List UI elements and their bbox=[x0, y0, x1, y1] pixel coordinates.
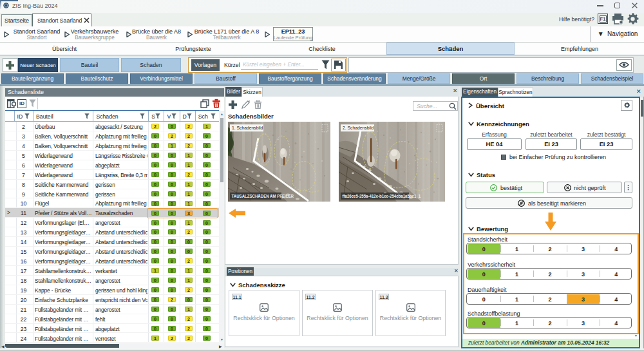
svg-text:2. Schadensbild: 2. Schadensbild bbox=[343, 126, 374, 130]
svg-text:TAUSALZSCHÄDEN AM PFEILER: TAUSALZSCHÄDEN AM PFEILER bbox=[232, 194, 294, 198]
svg-text:ffa26ce5-255a-412e-b1ee-254cba: ffa26ce5-255a-412e-b1ee-254cba1a5bc1_1 bbox=[343, 194, 421, 198]
svg-text:1. Schadensbild: 1. Schadensbild bbox=[232, 126, 263, 130]
